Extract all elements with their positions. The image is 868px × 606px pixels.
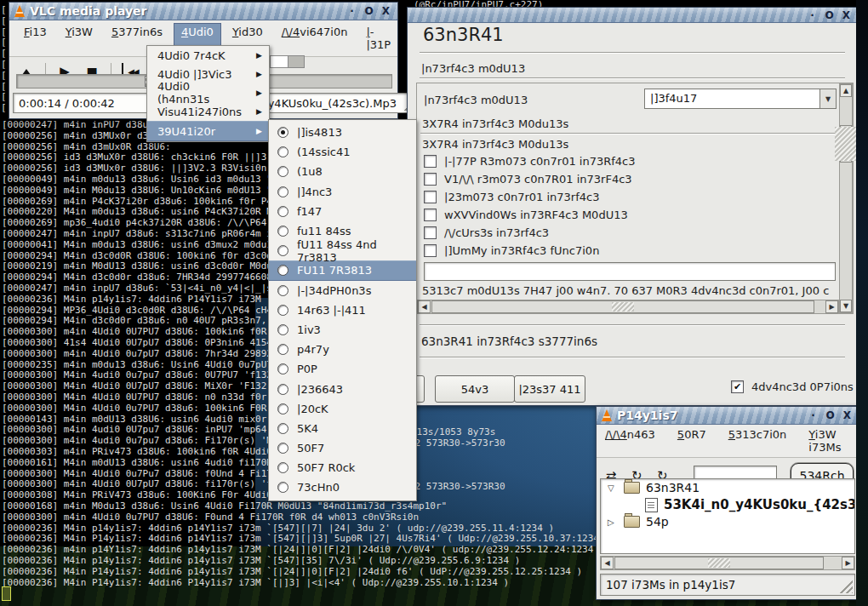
- terminal-cursor: [2, 586, 11, 601]
- checkbox[interactable]: [424, 155, 437, 168]
- terminal-line: [00000247] m4in inpU7 d38u6: s313c7in6 p…: [2, 228, 289, 239]
- close-icon[interactable]: X: [380, 5, 392, 18]
- checkbox[interactable]: [424, 226, 437, 239]
- close-icon[interactable]: X: [841, 409, 854, 422]
- terminal-line: [00000300] M4in 4udi0 0u7pu7 d38u6: 0U7P…: [2, 369, 289, 380]
- eq-preset-disable[interactable]: |]is4813: [269, 123, 416, 142]
- shade-icon[interactable]: ·: [807, 409, 819, 422]
- tree-row-current-item[interactable]: 53K4i_n0_y4KUs0ku_{42s3c}.Mp3: [601, 496, 854, 513]
- checkbox[interactable]: [424, 244, 437, 257]
- eq-preset-large-hall[interactable]: 14r63 |-|411: [269, 300, 416, 320]
- scroll-left-icon[interactable]: ◀: [601, 557, 614, 569]
- scroll-right-icon[interactable]: ▶: [842, 557, 854, 569]
- menu-sort[interactable]: 50R7: [677, 428, 706, 454]
- terminal-line: [00000161] M4in m0dU13 d38U6: usin6 4udi…: [2, 457, 294, 468]
- eq-preset-party[interactable]: p4r7y: [269, 340, 416, 359]
- scroll-up-icon[interactable]: ▲: [840, 84, 852, 97]
- eq-preset-pop[interactable]: P0P: [269, 359, 416, 379]
- volume-slider[interactable]: [270, 55, 305, 68]
- time-display: 0:00:14 / 0:00:42: [13, 93, 149, 113]
- menu-view-items[interactable]: Yi3W i73Ms: [808, 428, 857, 454]
- eq-preset-soft-rock[interactable]: 50F7 R0ck: [269, 458, 416, 477]
- extra-modules-group-label: 3X7R4 in73rf4c3 M0du13s: [422, 138, 568, 151]
- horizontal-scrollbar[interactable]: ◀ ▶: [417, 300, 839, 314]
- radio-icon: [277, 384, 288, 395]
- playlist-titlebar[interactable]: P14y1is7 · O X: [597, 407, 859, 425]
- status-text: 107 i73Ms in p14y1is7: [606, 578, 735, 592]
- checkbox-row[interactable]: |]UmMy in73Rf4c3 fUnc7i0n: [424, 244, 599, 257]
- close-icon[interactable]: X: [840, 9, 853, 21]
- interface-module-combo[interactable]: |]3f4u17 ▼: [644, 89, 837, 109]
- maximize-icon[interactable]: O: [824, 409, 837, 422]
- scroll-left-icon[interactable]: ◀: [418, 300, 431, 313]
- menu-file[interactable]: Fi13: [16, 23, 54, 54]
- vlc-titlebar[interactable]: VLC media player · O X: [9, 3, 397, 20]
- terminal-line: [00000236] M4in P14y1is7: 4ddin6 p14y1is…: [2, 566, 582, 577]
- eq-preset-rock[interactable]: |20cK: [269, 399, 416, 419]
- tree-open-icon[interactable]: ▽: [608, 483, 618, 493]
- eq-preset-club[interactable]: (1u8: [269, 162, 416, 181]
- terminal-line: [00000049] m4in m0du13 d38u6: Usin6 id3 …: [2, 174, 289, 185]
- eq-preset-techno[interactable]: 73cHn0: [269, 477, 416, 497]
- tree-row-general[interactable]: ▽ 63n3R41: [601, 479, 854, 496]
- advanced-options-row[interactable]: ✔ 4dv4nc3d 0P7i0ns: [731, 380, 854, 393]
- scrollbar-thumb[interactable]: [431, 300, 814, 313]
- menu-navigation[interactable]: /\/4vi647i0n: [274, 23, 356, 54]
- maximize-icon[interactable]: O: [823, 9, 836, 21]
- shade-icon[interactable]: ·: [806, 9, 819, 21]
- eq-preset-flat[interactable]: f147: [269, 202, 416, 221]
- extra-modules-input[interactable]: [424, 262, 836, 281]
- tree-closed-icon[interactable]: ▷: [608, 517, 618, 527]
- eq-preset-reggae[interactable]: |236643: [269, 379, 416, 398]
- terminal-line: [00000294] M4in d3c0d0r d38u6: n0 40U7 p…: [2, 315, 289, 326]
- checkbox-row[interactable]: |23m073 c0n7r01 in73rf4c3: [424, 191, 599, 203]
- resize-grip[interactable]: [838, 579, 853, 593]
- terminal-line: [00000308] M4in PRiV473 d38u6: 100Kin6 F…: [2, 489, 294, 500]
- radio-icon: [277, 186, 288, 197]
- eq-preset-dance[interactable]: |]4nc3: [269, 182, 416, 202]
- eq-preset-full-treble[interactable]: FU11 7R3813: [269, 260, 416, 280]
- maximize-icon[interactable]: O: [363, 5, 375, 18]
- menu-item-audio-channels[interactable]: 4Udi0 (h4nn31s ▶: [147, 83, 269, 102]
- menu-help[interactable]: |-|31P: [358, 23, 398, 54]
- checkbox-row[interactable]: /\/cUrs3s in73rf4c3: [424, 226, 549, 239]
- horizontal-scrollbar[interactable]: ◀ ▶: [600, 556, 855, 570]
- eq-preset-live[interactable]: 1iv3: [269, 320, 416, 340]
- checkbox[interactable]: [424, 191, 437, 203]
- radio-icon: [277, 166, 288, 177]
- scrollbar-thumb[interactable]: [840, 125, 852, 163]
- checkbox[interactable]: [424, 173, 437, 186]
- menu-item-audio-track[interactable]: 4Udi0 7r4cK ▶: [147, 46, 269, 65]
- tree-folder-label: 54p: [646, 515, 669, 529]
- scroll-right-icon[interactable]: ▶: [825, 300, 838, 313]
- reset-all-button[interactable]: |23s37 411: [514, 375, 585, 403]
- menu-item-equalizer[interactable]: 39U41i20r ▶: [147, 121, 269, 141]
- scroll-down-icon[interactable]: ▼: [840, 300, 852, 312]
- radio-icon: [277, 206, 288, 217]
- menu-item-visualizations[interactable]: Visu41i247i0ns ▶: [147, 102, 269, 121]
- checkbox[interactable]: [424, 209, 437, 221]
- terminal-line: [00000256] m4in d3MUx0r d38U6:: [2, 130, 171, 141]
- folder-icon: [624, 482, 640, 494]
- save-button[interactable]: 54v3: [435, 375, 515, 403]
- menu-view[interactable]: Yi3W: [58, 23, 100, 54]
- tree-folder-label: 63n3R41: [646, 481, 700, 495]
- eq-preset-headphones[interactable]: |-|34dPH0n3s: [269, 281, 416, 300]
- vertical-scrollbar[interactable]: ▲ ▼: [839, 83, 853, 313]
- preferences-titlebar[interactable]: · O X: [408, 8, 858, 23]
- eq-preset-soft[interactable]: 50F7: [269, 438, 416, 458]
- advanced-checkbox[interactable]: ✔: [731, 380, 744, 393]
- checkbox-row[interactable]: V1/\/\ r3m073 c0n7R01 in73rF4c3: [424, 173, 632, 186]
- menu-manage[interactable]: /\/\4n463: [605, 428, 655, 454]
- eq-preset-classical[interactable]: (14ssic41: [269, 142, 416, 162]
- checkbox-row[interactable]: |-|77P R3m073 c0n7r01 in73Rf4c3: [424, 155, 636, 168]
- shade-icon[interactable]: ·: [345, 5, 358, 18]
- scrollbar-thumb[interactable]: [614, 557, 824, 569]
- menu-selection[interactable]: 5313c7i0n: [728, 428, 787, 454]
- eq-preset-ska[interactable]: 5K4: [269, 419, 416, 438]
- eq-preset-full-bass-treble[interactable]: fU11 84ss 4nd 7r3813: [269, 241, 416, 260]
- chevron-down-icon[interactable]: ▼: [820, 89, 837, 109]
- tree-row-sap[interactable]: ▷ 54p: [601, 513, 854, 530]
- terminal-line: [00000300] m4in 4Udi0 0U7PU7 d38U6: 100k…: [2, 326, 289, 337]
- checkbox-row[interactable]: wXVVind0Ws in73RF4c3 M0dU13: [424, 209, 628, 221]
